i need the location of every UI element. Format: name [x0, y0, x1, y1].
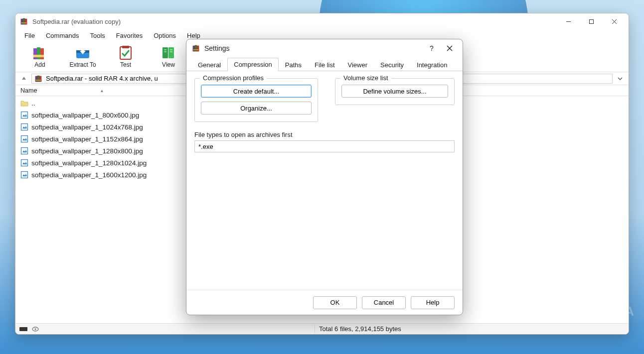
svg-rect-11 — [33, 55, 44, 57]
group-compression-profiles-legend: Compression profiles — [200, 74, 267, 82]
settings-dialog: Settings ? General Compression Paths Fil… — [186, 39, 463, 315]
file-name: softpedia_wallpaper_1_1600x1200.jpg — [31, 171, 147, 179]
ok-button[interactable]: OK — [313, 296, 357, 309]
close-button[interactable] — [603, 13, 626, 29]
svg-rect-35 — [21, 112, 28, 118]
menu-tools[interactable]: Tools — [85, 31, 110, 40]
archive-icon — [35, 75, 43, 83]
svg-rect-53 — [193, 49, 199, 50]
up-one-level-button[interactable] — [19, 74, 28, 83]
tab-security[interactable]: Security — [374, 58, 410, 71]
svg-rect-2 — [25, 19, 27, 24]
status-lock-icon — [31, 326, 39, 332]
toolbar-test[interactable]: Test — [106, 43, 145, 71]
group-compression-profiles: Compression profiles Create default... O… — [194, 78, 318, 122]
add-archive-icon — [31, 45, 48, 60]
tab-compression[interactable]: Compression — [227, 58, 279, 71]
menu-commands[interactable]: Commands — [41, 31, 84, 40]
address-text: Softpedia.rar - solid RAR 4.x archive, u — [46, 75, 158, 82]
svg-rect-3 — [21, 22, 27, 23]
minimize-button[interactable] — [557, 13, 580, 29]
help-button[interactable]: Help — [411, 296, 455, 309]
chevron-down-icon — [618, 76, 623, 81]
file-name: softpedia_wallpaper_1_1152x864.jpg — [31, 135, 143, 143]
help-label: Help — [426, 299, 440, 306]
menu-file[interactable]: File — [19, 31, 40, 40]
status-drive-icon — [19, 327, 28, 332]
status-bar: Total 6 files, 2,914,155 bytes — [15, 323, 629, 334]
svg-rect-5 — [589, 19, 593, 23]
svg-rect-33 — [39, 76, 41, 82]
toolbar-test-label: Test — [120, 61, 131, 68]
toolbar-add[interactable]: Add — [20, 43, 59, 71]
group-volume-size-legend: Volume size list — [340, 74, 391, 82]
image-file-icon — [20, 111, 28, 119]
dialog-body: Compression profiles Create default... O… — [186, 71, 463, 290]
create-default-label: Create default... — [233, 88, 280, 95]
address-dropdown[interactable] — [616, 76, 625, 81]
tab-integration[interactable]: Integration — [410, 58, 454, 71]
define-volume-sizes-label: Define volume sizes... — [363, 88, 426, 95]
dialog-tabs: General Compression Paths File list View… — [186, 57, 463, 71]
dialog-title: Settings — [204, 44, 423, 52]
view-icon — [160, 45, 177, 60]
organize-button[interactable]: Organize... — [201, 102, 312, 115]
svg-rect-10 — [40, 48, 44, 59]
winrar-app-icon — [20, 17, 28, 25]
close-icon — [447, 45, 453, 51]
svg-rect-14 — [81, 47, 84, 51]
svg-rect-18 — [162, 47, 168, 58]
toolbar-view[interactable]: View — [149, 43, 188, 71]
organize-label: Organize... — [240, 105, 272, 112]
svg-rect-19 — [168, 47, 174, 58]
define-volume-sizes-button[interactable]: Define volume sizes... — [341, 85, 448, 98]
svg-rect-41 — [21, 148, 28, 154]
window-titlebar: Softpedia.rar (evaluation copy) — [15, 13, 629, 29]
toolbar-extract-label: Extract To — [69, 61, 96, 68]
dialog-titlebar: Settings ? — [186, 39, 463, 57]
svg-point-49 — [35, 328, 36, 330]
svg-rect-17 — [122, 46, 129, 48]
column-header-name-label: Name — [20, 87, 37, 94]
file-name: softpedia_wallpaper_1_1280x1024.jpg — [31, 159, 147, 167]
extract-icon — [74, 45, 91, 60]
up-directory-label: .. — [31, 100, 35, 107]
winrar-app-icon — [192, 44, 200, 52]
dialog-footer: OK Cancel Help — [186, 290, 463, 315]
dialog-close-button[interactable] — [441, 41, 459, 56]
maximize-button[interactable] — [580, 13, 603, 29]
image-file-icon — [20, 159, 28, 167]
toolbar-add-label: Add — [34, 61, 45, 68]
toolbar-view-label: View — [162, 61, 175, 68]
toolbar-extract[interactable]: Extract To — [63, 43, 102, 71]
svg-rect-52 — [197, 46, 199, 51]
file-name: softpedia_wallpaper_1_1280x800.jpg — [31, 147, 143, 155]
create-default-button[interactable]: Create default... — [201, 85, 312, 98]
svg-rect-34 — [35, 80, 41, 81]
ok-label: OK — [330, 299, 340, 306]
svg-rect-43 — [21, 160, 28, 166]
dialog-help-button[interactable]: ? — [423, 41, 441, 56]
sort-ascending-icon: ▴ — [101, 88, 103, 93]
group-volume-size-list: Volume size list Define volume sizes... — [335, 78, 455, 105]
svg-rect-45 — [21, 172, 28, 178]
tab-file-list[interactable]: File list — [308, 58, 341, 71]
filetypes-input[interactable] — [194, 140, 455, 152]
image-file-icon — [20, 135, 28, 143]
svg-rect-31 — [35, 76, 37, 82]
svg-rect-8 — [33, 48, 37, 59]
tab-paths[interactable]: Paths — [279, 58, 308, 71]
svg-rect-47 — [19, 327, 27, 331]
arrow-up-icon — [21, 76, 27, 82]
svg-rect-16 — [120, 47, 131, 59]
tab-viewer[interactable]: Viewer — [341, 58, 374, 71]
test-icon — [117, 45, 134, 60]
svg-marker-30 — [22, 77, 26, 80]
menu-favorites[interactable]: Favorites — [111, 31, 148, 40]
cancel-button[interactable]: Cancel — [362, 296, 406, 309]
filetypes-label: File types to open as archives first — [194, 131, 455, 138]
tab-general[interactable]: General — [191, 58, 227, 71]
menu-options[interactable]: Options — [149, 31, 181, 40]
window-title: Softpedia.rar (evaluation copy) — [32, 18, 557, 25]
svg-rect-0 — [21, 19, 23, 24]
